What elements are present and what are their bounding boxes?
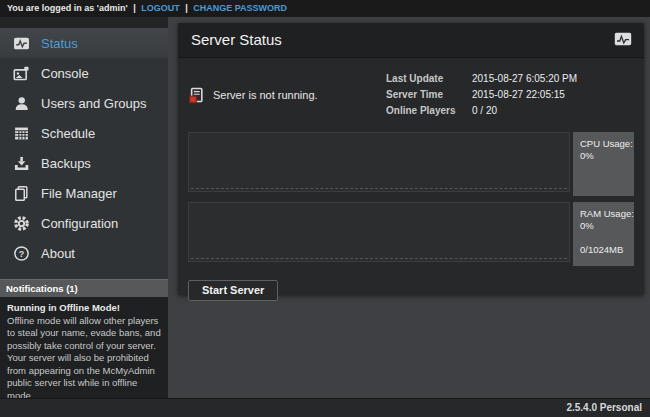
cpu-usage-row: CPU Usage: 0%: [188, 132, 634, 192]
status-pulse-icon: [614, 32, 632, 46]
status-text: Server is not running.: [213, 89, 318, 101]
info-row: Server is not running. Last Update 2015-…: [188, 70, 634, 120]
notification-title: Running in Offline Mode!: [7, 302, 161, 315]
version-label: 2.5.4.0 Personal: [566, 402, 642, 413]
schedule-icon: [13, 125, 30, 142]
cpu-usage-value: 0%: [580, 150, 634, 162]
gear-icon: [13, 215, 30, 232]
info-label: Server Time: [386, 88, 466, 102]
info-label: Last Update: [386, 72, 466, 86]
change-password-link[interactable]: CHANGE PASSWORD: [193, 3, 287, 13]
file-manager-icon: [13, 185, 30, 202]
info-row-server-time: Server Time 2015-08-27 22:05:15: [386, 88, 622, 102]
ram-usage-label: RAM Usage:: [580, 208, 634, 220]
server-status-panel: Server Status Server is not running. Las…: [178, 23, 644, 295]
server-status-message: Server is not running.: [188, 70, 318, 120]
info-value: 2015-08-27 22:05:15: [468, 88, 622, 102]
sidebar-item-status[interactable]: Status: [0, 28, 168, 58]
separator: |: [133, 3, 136, 13]
sidebar-item-configuration[interactable]: Configuration: [0, 208, 168, 238]
status-icon: [13, 35, 30, 52]
ram-usage-chart: [188, 202, 570, 262]
notification-text: Offline mode will allow other players to…: [7, 315, 161, 403]
main-area: Server Status Server is not running. Las…: [168, 17, 650, 398]
ram-usage-value: 0%: [580, 220, 634, 232]
sidebar-item-about[interactable]: ? About: [0, 238, 168, 268]
backups-icon: [13, 155, 30, 172]
server-info-table: Last Update 2015-08-27 6:05:20 PM Server…: [384, 70, 624, 120]
cpu-usage-label: CPU Usage:: [580, 138, 634, 150]
cpu-usage-chart: [188, 132, 570, 192]
separator: |: [185, 3, 188, 13]
question-icon: ?: [13, 245, 30, 262]
panel-body: Server is not running. Last Update 2015-…: [178, 58, 644, 301]
sidebar-item-console[interactable]: Console: [0, 58, 168, 88]
sidebar: Status Console Users and Groups Schedule: [0, 17, 168, 398]
info-value: 2015-08-27 6:05:20 PM: [468, 72, 622, 86]
sidebar-item-label: Users and Groups: [41, 96, 147, 111]
sidebar-item-label: File Manager: [41, 186, 117, 201]
info-label: Online Players: [386, 104, 466, 118]
info-value: 0 / 20: [468, 104, 622, 118]
users-icon: [13, 95, 30, 112]
page-title: Server Status: [178, 23, 644, 57]
logout-link[interactable]: LOGOUT: [141, 3, 180, 13]
sidebar-item-label: Backups: [41, 156, 91, 171]
notification-item: Running in Offline Mode! Offline mode wi…: [0, 297, 168, 407]
ram-usage-box: RAM Usage: 0% 0/1024MB: [573, 202, 634, 266]
sidebar-menu: Status Console Users and Groups Schedule: [0, 28, 168, 279]
svg-text:?: ?: [19, 248, 25, 258]
sidebar-item-users-and-groups[interactable]: Users and Groups: [0, 88, 168, 118]
ram-usage-row: RAM Usage: 0% 0/1024MB: [188, 202, 634, 262]
sidebar-item-label: Schedule: [41, 126, 95, 141]
sidebar-item-label: Status: [41, 36, 78, 51]
server-stopped-icon: [188, 87, 205, 104]
sidebar-item-label: Console: [41, 66, 89, 81]
sidebar-item-label: About: [41, 246, 75, 261]
cpu-usage-box: CPU Usage: 0%: [573, 132, 634, 196]
console-icon: [13, 65, 30, 82]
panel-header: Server Status: [178, 23, 644, 58]
sidebar-item-file-manager[interactable]: File Manager: [0, 178, 168, 208]
sidebar-item-label: Configuration: [41, 216, 118, 231]
start-server-button[interactable]: Start Server: [188, 280, 278, 301]
info-row-online-players: Online Players 0 / 20: [386, 104, 622, 118]
logged-in-text: You are logged in as 'admin': [7, 3, 128, 13]
ram-usage-detail: 0/1024MB: [580, 244, 634, 256]
footer-bar: 2.5.4.0 Personal: [0, 398, 650, 417]
sidebar-item-schedule[interactable]: Schedule: [0, 118, 168, 148]
top-login-bar: You are logged in as 'admin' | LOGOUT | …: [0, 0, 650, 17]
sidebar-item-backups[interactable]: Backups: [0, 148, 168, 178]
info-row-last-update: Last Update 2015-08-27 6:05:20 PM: [386, 72, 622, 86]
notifications-header: Notifications (1): [0, 279, 168, 297]
